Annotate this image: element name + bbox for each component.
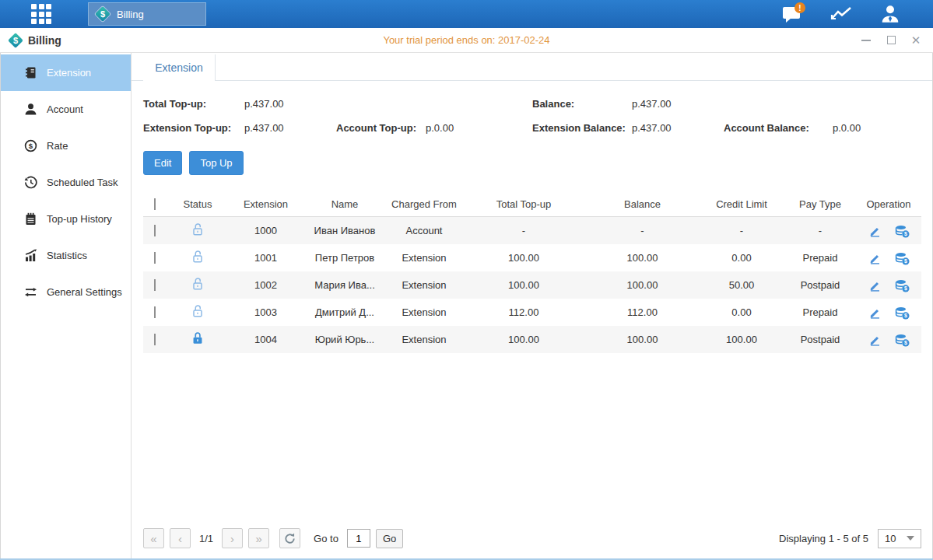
next-page-button[interactable]: › <box>222 528 243 548</box>
lock-status-icon[interactable] <box>190 331 205 346</box>
extension-cell: 1002 <box>229 279 303 291</box>
credit-limit-cell: - <box>699 225 784 236</box>
charged-from-cell: Extension <box>387 306 461 318</box>
edit-row-icon[interactable] <box>868 251 881 264</box>
sidebar-item-scheduled-task[interactable]: Scheduled Task <box>1 164 131 201</box>
charged-from-cell: Extension <box>387 279 461 291</box>
total-topup-cell: 100.00 <box>461 334 586 345</box>
sidebar-item-topup-history[interactable]: Top-up History <box>1 201 131 237</box>
window-titlebar: $ Billing Your trial period ends on: 201… <box>0 28 933 53</box>
balance-value: p.437.00 <box>632 98 672 110</box>
edit-row-icon[interactable] <box>868 278 881 292</box>
edit-row-icon[interactable] <box>868 333 881 346</box>
top-up-row-icon[interactable]: $ <box>895 306 910 320</box>
sidebar-item-account[interactable]: Account <box>1 91 131 128</box>
last-page-button[interactable]: » <box>248 528 269 548</box>
row-checkbox[interactable] <box>154 334 156 345</box>
person-icon <box>24 103 37 116</box>
svg-text:$: $ <box>904 231 907 237</box>
reports-chart-icon[interactable] <box>830 2 853 26</box>
taskbar-billing-tab-label: Billing <box>117 9 144 20</box>
trial-notice: Your trial period ends on: 2017-02-24 <box>0 34 933 46</box>
first-page-button[interactable]: « <box>143 528 164 548</box>
extension-table: Status Extension Name Charged From Total… <box>143 191 921 524</box>
sliders-icon <box>24 285 37 299</box>
sidebar-item-label: Scheduled Task <box>47 177 118 188</box>
extension-topup-value: p.437.00 <box>244 122 336 134</box>
extension-cell: 1001 <box>229 252 303 264</box>
row-checkbox[interactable] <box>154 225 156 236</box>
lock-status-icon[interactable] <box>190 222 205 237</box>
billing-app-icon: $ <box>95 6 110 22</box>
app-launcher-icon[interactable] <box>31 4 51 24</box>
svg-text:$: $ <box>904 258 907 264</box>
notification-badge: ! <box>794 2 805 13</box>
window-title: Billing <box>28 34 61 47</box>
page-size-select[interactable]: 10 <box>878 529 921 548</box>
svg-text:$: $ <box>904 340 907 346</box>
row-checkbox[interactable] <box>154 252 156 264</box>
refresh-button[interactable] <box>279 528 300 548</box>
sidebar-item-label: General Settings <box>47 286 122 298</box>
sidebar-item-extension[interactable]: Extension <box>1 54 131 91</box>
top-up-row-icon[interactable]: $ <box>895 278 910 292</box>
balance-cell: 100.00 <box>586 279 699 291</box>
lock-status-icon[interactable] <box>190 249 205 264</box>
svg-text:$: $ <box>29 142 33 150</box>
sidebar-item-rate[interactable]: $ Rate <box>1 128 131 164</box>
window-title-area: $ Billing <box>8 33 61 48</box>
top-up-button[interactable]: Top Up <box>189 151 243 175</box>
sidebar-item-statistics[interactable]: Statistics <box>1 237 131 274</box>
go-button[interactable]: Go <box>376 529 403 548</box>
top-up-row-icon[interactable]: $ <box>895 224 910 238</box>
total-topup-cell: 100.00 <box>461 252 586 264</box>
col-header-credit-limit: Credit Limit <box>699 198 784 210</box>
table-row: 1004 Юрий Юрь... Extension 100.00 100.00… <box>143 326 921 353</box>
sidebar: Extension Account $ Rate Scheduled Task … <box>1 53 132 558</box>
name-cell: Петр Петров <box>303 252 387 264</box>
charged-from-cell: Extension <box>387 252 461 264</box>
account-balance-value: p.0.00 <box>833 122 861 134</box>
action-buttons: Edit Top Up <box>143 151 921 175</box>
top-up-row-icon[interactable]: $ <box>895 251 910 265</box>
edit-row-icon[interactable] <box>868 224 881 237</box>
table-header-row: Status Extension Name Charged From Total… <box>143 191 921 217</box>
col-header-pay-type: Pay Type <box>784 198 856 210</box>
top-up-row-icon[interactable]: $ <box>895 333 910 347</box>
minimize-button[interactable] <box>860 34 872 47</box>
extension-topup-label: Extension Top-up: <box>143 122 244 134</box>
table-row: 1002 Мария Ива... Extension 100.00 100.0… <box>143 271 921 299</box>
tab-extension[interactable]: Extension <box>143 54 216 81</box>
balance-cell: 100.00 <box>586 252 699 264</box>
displaying-text: Displaying 1 - 5 of 5 <box>779 533 868 544</box>
account-topup-value: p.0.00 <box>426 122 454 134</box>
taskbar-billing-tab[interactable]: $ Billing <box>88 2 206 26</box>
lock-status-icon[interactable] <box>190 303 205 319</box>
credit-limit-cell: 50.00 <box>699 279 784 291</box>
pay-type-cell: Prepaid <box>784 252 856 264</box>
pay-type-cell: Postpaid <box>784 334 856 345</box>
col-header-charged-from: Charged From <box>387 198 461 210</box>
col-header-total-topup: Total Top-up <box>461 198 586 210</box>
credit-limit-cell: 0.00 <box>699 306 784 318</box>
table-row: 1003 Дмитрий Д... Extension 112.00 112.0… <box>143 299 921 326</box>
refresh-icon <box>284 533 296 544</box>
name-cell: Иван Иванов <box>303 225 387 236</box>
account-topup-label: Account Top-up: <box>336 122 426 134</box>
notifications-chat-icon[interactable]: ! <box>780 2 804 26</box>
edit-button[interactable]: Edit <box>143 151 182 175</box>
close-button[interactable]: ✕ <box>910 34 922 47</box>
maximize-button[interactable] <box>885 34 897 47</box>
edit-row-icon[interactable] <box>868 306 881 319</box>
select-all-checkbox[interactable] <box>154 198 156 210</box>
pay-type-cell: Prepaid <box>784 306 856 318</box>
prev-page-button[interactable]: ‹ <box>170 528 191 548</box>
table-footer: « ‹ 1/1 › » Go to Go Displaying 1 - 5 of… <box>143 524 921 558</box>
col-header-status: Status <box>167 198 229 210</box>
row-checkbox[interactable] <box>154 279 156 291</box>
goto-page-input[interactable] <box>347 529 370 548</box>
user-account-icon[interactable] <box>879 2 902 26</box>
row-checkbox[interactable] <box>154 306 156 318</box>
sidebar-item-general-settings[interactable]: General Settings <box>1 274 131 310</box>
lock-status-icon[interactable] <box>190 276 205 292</box>
